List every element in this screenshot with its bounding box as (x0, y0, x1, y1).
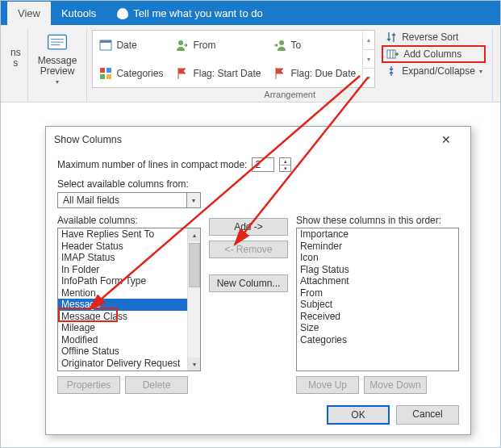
add-button[interactable]: Add -> (209, 218, 288, 236)
ribbon: ns s Message Preview ▾ (1, 25, 500, 103)
ribbon-tabs: View Kutools Tell me what you want to do (1, 1, 500, 25)
group-label-arrangement: Arrangement (92, 88, 487, 102)
tab-kutools[interactable]: Kutools (51, 2, 106, 25)
arrange-categories[interactable]: Categories (93, 59, 169, 87)
ok-button[interactable]: OK (327, 405, 390, 425)
move-up-button[interactable]: Move Up (296, 376, 359, 394)
calendar-icon (99, 39, 112, 52)
delete-button[interactable]: Delete (125, 376, 188, 394)
expand-collapse-icon (385, 65, 398, 77)
list-item[interactable]: Mention (58, 287, 200, 299)
reverse-sort-button[interactable]: Reverse Sort (382, 30, 486, 44)
new-column-button[interactable]: New Column... (209, 274, 288, 292)
list-item[interactable]: Size (297, 322, 458, 334)
tell-me-search[interactable]: Tell me what you want to do (106, 2, 273, 25)
svg-point-6 (178, 40, 183, 45)
arrangement-gallery[interactable]: Date From To Categories (92, 30, 375, 88)
lightbulb-icon (117, 8, 128, 19)
chevron-down-icon: ▾ (479, 68, 482, 75)
person-from-icon (176, 39, 189, 52)
list-item[interactable]: In Folder (58, 264, 200, 276)
max-lines-field[interactable]: 2 (252, 157, 274, 172)
cancel-button[interactable]: Cancel (396, 405, 459, 425)
list-item[interactable]: Reminder (297, 241, 458, 253)
list-item[interactable]: Header Status (58, 241, 200, 253)
flag-icon (176, 67, 189, 80)
message-preview-icon (45, 31, 69, 54)
list-item[interactable]: Attachment (297, 275, 458, 287)
dialog-title: Show Columns (54, 134, 122, 145)
list-item[interactable]: Modified (58, 334, 200, 346)
move-down-button[interactable]: Move Down (364, 376, 427, 394)
list-item[interactable]: IMAP Status (58, 252, 200, 264)
expand-collapse-button[interactable]: Expand/Collapse ▾ (382, 64, 486, 78)
list-item[interactable]: Outlook Data File (58, 369, 200, 371)
svg-rect-8 (100, 68, 105, 73)
select-from-label: Select available columns from: (57, 178, 459, 190)
folder-pane-button[interactable]: Folder Pane ▾ (498, 30, 501, 87)
list-item[interactable]: Offline Status (58, 345, 200, 358)
reverse-sort-icon (385, 31, 398, 44)
list-item[interactable]: Categories (297, 334, 458, 346)
list-item[interactable]: Message (58, 299, 200, 311)
show-columns-list[interactable]: ImportanceReminderIconFlag StatusAttachm… (296, 228, 459, 371)
list-item[interactable]: Message Class (58, 311, 200, 323)
list-item[interactable]: Subject (297, 299, 458, 311)
add-columns-button[interactable]: Add Columns (382, 45, 486, 63)
list-item[interactable]: InfoPath Form Type (58, 275, 200, 287)
arrange-date[interactable]: Date (93, 31, 169, 59)
svg-rect-10 (100, 74, 105, 79)
person-to-icon (273, 39, 286, 52)
gallery-scroll[interactable]: ▴▾▾ (362, 31, 374, 87)
dialog-titlebar: Show Columns ✕ (46, 127, 470, 153)
list-item[interactable]: Originator Delivery Request (58, 358, 200, 370)
svg-rect-9 (106, 68, 111, 73)
list-item[interactable]: From (297, 287, 458, 299)
list-item[interactable]: Importance (297, 228, 458, 241)
message-preview-button[interactable]: Message Preview ▾ (33, 30, 82, 87)
list-item[interactable]: Flag Status (297, 264, 458, 276)
show-columns-dialog: Show Columns ✕ Maximum number of lines i… (45, 126, 471, 435)
properties-button[interactable]: Properties (57, 376, 120, 394)
max-lines-spinner[interactable]: ▴▾ (279, 157, 291, 172)
available-columns-label: Available columns: (57, 215, 201, 226)
scrollbar[interactable]: ▴ ▾ (187, 228, 200, 371)
show-columns-label: Show these columns in this order: (296, 215, 459, 226)
arrange-flag-due[interactable]: Flag: Due Date (267, 59, 362, 87)
cut-off-button[interactable]: ns s (9, 30, 23, 70)
close-button[interactable]: ✕ (430, 133, 462, 146)
add-columns-icon (386, 48, 399, 61)
list-item[interactable]: Received (297, 311, 458, 323)
categories-icon (99, 67, 112, 80)
tab-view[interactable]: View (7, 2, 51, 25)
arrange-to[interactable]: To (267, 31, 362, 59)
list-item[interactable]: Mileage (58, 322, 200, 334)
chevron-down-icon[interactable]: ▾ (186, 193, 200, 207)
list-item[interactable]: Have Replies Sent To (58, 228, 200, 241)
remove-button[interactable]: <- Remove (209, 241, 288, 258)
max-lines-label: Maximum number of lines in compact mode: (57, 159, 247, 170)
svg-rect-11 (106, 74, 111, 79)
svg-point-7 (279, 40, 284, 45)
select-from-combo[interactable]: All Mail fields ▾ (57, 192, 201, 208)
list-item[interactable]: Icon (297, 252, 458, 264)
arrange-flag-start[interactable]: Flag: Start Date (169, 59, 267, 87)
svg-rect-5 (100, 40, 111, 43)
arrange-from[interactable]: From (169, 31, 267, 59)
tell-me-placeholder: Tell me what you want to do (133, 7, 262, 19)
available-columns-list[interactable]: Have Replies Sent ToHeader StatusIMAP St… (57, 228, 201, 371)
svg-rect-12 (387, 50, 395, 58)
chevron-down-icon: ▾ (56, 78, 59, 86)
flag-icon (273, 67, 286, 80)
